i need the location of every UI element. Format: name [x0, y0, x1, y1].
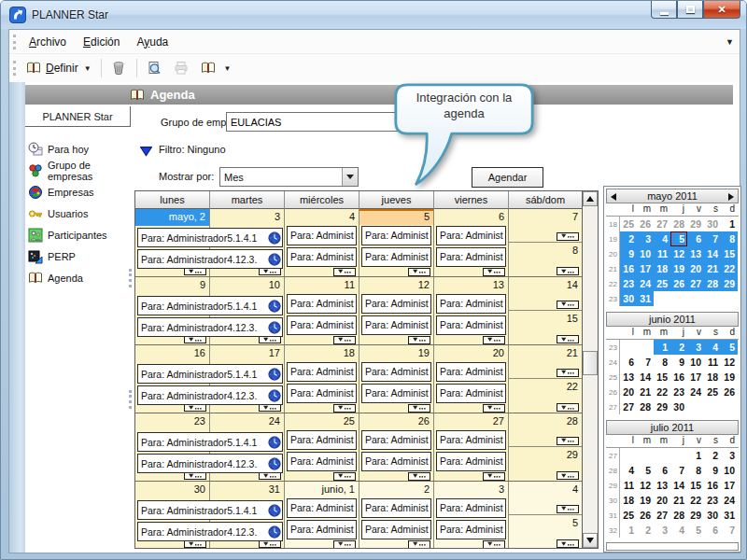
event-item[interactable]: Para: Administ: [361, 315, 431, 335]
event-item[interactable]: Para: Administrador4.12.3.: [137, 385, 283, 405]
minical-day[interactable]: 21: [670, 493, 687, 508]
day-cell[interactable]: 3Para: AdministPara: Administ: [434, 482, 509, 549]
day-number[interactable]: 8: [509, 243, 582, 259]
minical-day[interactable]: 3: [687, 340, 704, 355]
cell-dropdown-button[interactable]: [408, 472, 430, 481]
prev-month-button[interactable]: [611, 192, 620, 202]
minical-day[interactable]: [620, 448, 637, 463]
minical-day[interactable]: 4: [620, 463, 637, 478]
toolbar-overflow-icon[interactable]: ▼: [224, 64, 232, 73]
minical-day[interactable]: 5: [637, 463, 654, 478]
cell-dropdown-button[interactable]: [557, 471, 579, 480]
event-item[interactable]: Para: Administ: [436, 294, 506, 314]
weekend-cell[interactable]: 2829: [509, 413, 582, 481]
grid-column-header[interactable]: miércoles: [285, 191, 359, 209]
minical-day[interactable]: [721, 399, 738, 414]
cell-dropdown-button[interactable]: [333, 540, 356, 549]
day-number[interactable]: 15: [509, 311, 582, 328]
minical-day[interactable]: 27: [687, 276, 704, 291]
cell-dropdown-button[interactable]: [557, 437, 579, 445]
minical-day[interactable]: 28: [704, 276, 721, 291]
minical-day[interactable]: [620, 340, 637, 355]
minical-day[interactable]: [704, 399, 721, 414]
cell-dropdown-button[interactable]: [333, 472, 356, 481]
minical-day[interactable]: 22: [654, 385, 670, 399]
minical-day[interactable]: 18: [620, 493, 637, 508]
day-number[interactable]: mayo, 2: [135, 209, 209, 226]
minical-day[interactable]: 19: [670, 261, 687, 276]
minical-day[interactable]: 29: [654, 399, 670, 414]
minical-day[interactable]: 21: [637, 385, 654, 399]
menu-item-ayuda[interactable]: Ayuda: [128, 32, 176, 52]
scroll-thumb[interactable]: [583, 351, 598, 375]
day-number[interactable]: 17: [210, 345, 284, 362]
day-number[interactable]: 12: [359, 277, 433, 293]
minical-day[interactable]: 6: [704, 523, 721, 538]
minical-day[interactable]: 26: [670, 276, 687, 291]
title-bar[interactable]: PLANNER Star ✕: [1, 1, 747, 29]
day-number[interactable]: 10: [210, 277, 284, 294]
minical-day[interactable]: [637, 340, 654, 355]
minical-day[interactable]: 2: [704, 448, 721, 463]
minical-day[interactable]: 26: [637, 508, 654, 523]
day-number[interactable]: 27: [434, 413, 508, 429]
grid-column-header[interactable]: lunes: [135, 191, 210, 209]
grid-column-header[interactable]: sáb/dom: [509, 191, 582, 209]
day-cell[interactable]: 19Para: AdministPara: Administ: [359, 345, 434, 413]
minical-day[interactable]: 30: [704, 508, 721, 523]
minical-day[interactable]: 10: [687, 355, 704, 370]
day-cell[interactable]: 6Para: AdministPara: Administ: [434, 209, 509, 276]
minical-day[interactable]: 31: [721, 508, 738, 523]
day-number[interactable]: 2: [359, 482, 433, 497]
minical-day[interactable]: 15: [654, 370, 670, 385]
minical-day[interactable]: 14: [637, 370, 654, 385]
scroll-up-button[interactable]: [583, 191, 598, 206]
day-cell[interactable]: 11Para: AdministPara: Administ: [285, 277, 359, 344]
minical-day[interactable]: 29: [721, 276, 738, 291]
day-number[interactable]: 21: [509, 345, 582, 362]
cell-dropdown-button[interactable]: [557, 403, 579, 412]
grid-column-header[interactable]: jueves: [359, 191, 434, 209]
event-item[interactable]: Para: Administrador4.12.3.: [137, 317, 283, 337]
weekend-cell[interactable]: 1415: [509, 277, 582, 344]
day-number[interactable]: 30: [135, 482, 209, 498]
event-item[interactable]: Para: Administ: [287, 294, 357, 314]
day-number[interactable]: 11: [285, 277, 359, 293]
minical-day[interactable]: [637, 448, 654, 463]
minical-day[interactable]: [687, 291, 704, 306]
minical-day[interactable]: 14: [704, 246, 721, 261]
minical-day[interactable]: 5: [721, 340, 738, 355]
minical-day[interactable]: 12: [721, 355, 738, 370]
day-number[interactable]: 24: [210, 413, 284, 430]
event-item[interactable]: Para: Administrador5.1.4.1: [137, 500, 283, 520]
minical-day[interactable]: 11: [654, 246, 670, 261]
minical-day[interactable]: [687, 399, 704, 414]
minical-day[interactable]: 23: [704, 493, 721, 508]
combo-dropdown-button[interactable]: [342, 168, 358, 186]
minical-day[interactable]: 1: [721, 217, 738, 231]
minical-day[interactable]: 6: [687, 231, 704, 246]
cell-dropdown-button[interactable]: [557, 505, 579, 513]
minical-day[interactable]: 28: [670, 508, 687, 523]
day-cell[interactable]: 5Para: AdministPara: Administ: [359, 209, 434, 276]
day-cell[interactable]: 27Para: AdministPara: Administ: [434, 413, 509, 481]
event-item[interactable]: Para: Administrador4.12.3.: [137, 249, 283, 269]
day-cell[interactable]: 18Para: AdministPara: Administ: [285, 345, 359, 413]
event-item[interactable]: Para: Administ: [287, 452, 357, 471]
day-number[interactable]: 31: [210, 482, 284, 498]
definir-button[interactable]: Definir ▼: [21, 57, 97, 80]
splitter-handle[interactable]: [129, 269, 133, 287]
mini-calendar-title[interactable]: mayo 2011: [606, 189, 739, 203]
menubar-grip[interactable]: [13, 35, 16, 49]
day-number[interactable]: 4: [285, 209, 359, 225]
mini-calendar-title[interactable]: julio 2011: [606, 420, 739, 435]
minical-day[interactable]: 2: [637, 523, 654, 538]
event-item[interactable]: Para: Administ: [361, 430, 431, 450]
day-number[interactable]: 13: [434, 277, 508, 293]
event-item[interactable]: Para: Administ: [361, 362, 431, 382]
cell-dropdown-button[interactable]: [333, 268, 356, 276]
event-item[interactable]: Para: Administ: [361, 498, 431, 518]
event-item[interactable]: Para: Administrador5.1.4.1: [137, 364, 283, 384]
minical-day[interactable]: 1: [687, 448, 704, 463]
cell-dropdown-button[interactable]: [483, 268, 505, 276]
